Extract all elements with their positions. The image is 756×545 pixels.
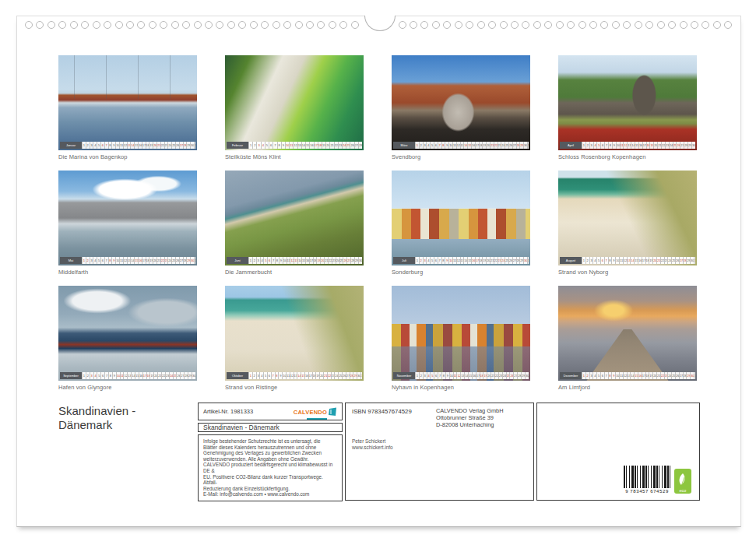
calvendo-flag-icon xyxy=(329,407,337,417)
publisher-line: D-82008 Unterhaching xyxy=(436,422,504,429)
binding-hole xyxy=(522,21,529,29)
binding-hole xyxy=(500,21,508,29)
pier-shape xyxy=(558,286,697,381)
eco-badge: eco xyxy=(674,469,691,494)
calvendo-wordmark: CALVENDO xyxy=(294,403,327,420)
binding-hole xyxy=(137,21,145,29)
day-cell: 31 xyxy=(194,142,195,149)
photo-caption: Am Limfjord xyxy=(558,384,697,391)
photo-caption: Schloss Rosenborg Kopenhagen xyxy=(558,153,697,160)
binding-hole xyxy=(194,21,202,29)
day-cells: 1234567891011121314151617181920212223242… xyxy=(582,142,695,149)
month-photo: Mai 123456789101112131415161718192021222… xyxy=(58,171,197,265)
calendar-month-card: Januar 123456789101112131415161718192021… xyxy=(58,55,197,160)
calendar-month-card: Mai 123456789101112131415161718192021222… xyxy=(58,171,197,276)
binding-hole xyxy=(635,21,642,29)
isbn-number: ISBN 9783457674529 xyxy=(352,408,436,428)
author-info: Peter Schickertwww.schickert.info xyxy=(352,438,527,450)
month-label: September xyxy=(60,372,82,379)
photo-caption: Hafen von Glyngore xyxy=(58,384,197,391)
page-title-line1: Skandinavien - xyxy=(58,404,135,418)
calendar-back-page: Januar 123456789101112131415161718192021… xyxy=(16,16,741,527)
legal-line: Genehmigung des Verlages zu gewerblichen… xyxy=(203,450,337,456)
binding-hole xyxy=(399,21,406,29)
photo-caption: Middelfarth xyxy=(58,269,197,276)
day-cell: 31 xyxy=(694,257,695,264)
month-strip: Juli 12345678910111213141516171819202122… xyxy=(393,257,529,264)
month-label: April xyxy=(560,142,582,149)
month-label: Mai xyxy=(60,257,82,264)
binding-hole xyxy=(216,21,223,29)
binding-hole xyxy=(25,21,33,29)
month-strip: Juni 12345678910111213141516171819202122… xyxy=(227,257,362,264)
day-cell: 31 xyxy=(527,142,529,149)
calendar-month-card: April 1234567891011121314151617181920212… xyxy=(558,55,697,160)
artikel-row: Artikel-Nr. 1981333 CALVENDO xyxy=(198,403,343,420)
binding-hole xyxy=(713,21,721,29)
binding-hole xyxy=(589,21,597,29)
artikel-number: Artikel-Nr. 1981333 xyxy=(203,408,253,415)
info-column-left: Artikel-Nr. 1981333 CALVENDO Skandinavie… xyxy=(198,403,343,501)
month-label: August xyxy=(560,257,582,264)
month-label: März xyxy=(393,142,415,149)
day-cells: 1234567891011121314151617181920212223242… xyxy=(82,142,195,149)
month-label: November xyxy=(393,372,415,379)
legal-text-box: Infolge bestehender Schutzrechte ist es … xyxy=(198,434,343,501)
binding-hole xyxy=(58,21,66,29)
binding-hole xyxy=(339,21,347,29)
binding-hole xyxy=(273,21,280,29)
page-title: Skandinavien - Dänemark xyxy=(58,404,135,432)
binding-hole xyxy=(612,21,620,29)
binding-hole xyxy=(511,21,519,29)
binding-hole xyxy=(533,21,541,29)
month-label: Dezember xyxy=(560,372,582,379)
calendar-month-card: Juli 12345678910111213141516171819202122… xyxy=(392,171,530,276)
binding-hole xyxy=(567,21,575,29)
binding-hole xyxy=(283,21,291,29)
info-table: Artikel-Nr. 1981333 CALVENDO Skandinavie… xyxy=(198,403,700,501)
binding-hole xyxy=(600,21,608,29)
author-line: www.schickert.info xyxy=(352,445,527,451)
day-cells: 1234567891011121314151617181920212223242… xyxy=(248,142,362,149)
binding-hole xyxy=(104,21,111,29)
day-cell: 31 xyxy=(194,257,195,264)
binding-hole xyxy=(488,21,496,29)
binding-hole xyxy=(81,21,89,29)
binding-hole xyxy=(701,21,709,29)
month-label: Oktober xyxy=(227,372,248,379)
month-photo: Juni 12345678910111213141516171819202122… xyxy=(225,171,364,265)
barcode-digits: 9 783457 674529 xyxy=(624,489,670,494)
binding-hole xyxy=(623,21,631,29)
binding-hole xyxy=(205,21,213,29)
day-cells: 1234567891011121314151617181920212223242… xyxy=(415,142,529,149)
binding-hole xyxy=(182,21,190,29)
binding-hole xyxy=(149,21,156,29)
day-cell: 30 xyxy=(691,142,695,149)
legal-line: Blätter dieses Kalenders herauszutrennen… xyxy=(203,445,337,451)
binding-hole xyxy=(295,21,303,29)
month-strip: Januar 123456789101112131415161718192021… xyxy=(60,142,195,149)
day-cells: 1234567891011121314151617181920212223242… xyxy=(82,372,195,379)
month-strip: Februar 12345678910111213141516171819202… xyxy=(227,142,362,149)
month-strip: Oktober 12345678910111213141516171819202… xyxy=(227,372,362,379)
day-cells: 1234567891011121314151617181920212223242… xyxy=(582,257,695,264)
isbn-publisher-box: ISBN 9783457674529 CALVENDO Verlag GmbHO… xyxy=(345,403,534,501)
calvendo-tagline-bar xyxy=(307,418,327,420)
calendar-month-card: November 1234567891011121314151617181920… xyxy=(392,286,530,391)
binding-hole xyxy=(645,21,653,29)
month-strip: April 1234567891011121314151617181920212… xyxy=(560,142,695,149)
binding-hole xyxy=(410,21,417,29)
hanger-gap xyxy=(362,25,395,26)
month-strip: März 12345678910111213141516171819202122… xyxy=(393,142,529,149)
day-cells: 1234567891011121314151617181920212223242… xyxy=(248,372,362,379)
legal-line: CALVENDO produziert bedarfsgerecht und k… xyxy=(203,462,337,473)
binding-hole xyxy=(250,21,258,29)
day-cells: 1234567891011121314151617181920212223242… xyxy=(248,257,362,264)
month-photo-grid: Januar 123456789101112131415161718192021… xyxy=(58,55,700,391)
calendar-month-card: Februar 12345678910111213141516171819202… xyxy=(225,55,364,160)
legal-line: weiterzuverwenden. Alle Angaben ohne Gew… xyxy=(203,456,337,462)
photo-caption: Steilküste Möns Klint xyxy=(225,153,364,160)
calendar-title: Skandinavien - Dänemark xyxy=(203,424,280,431)
binding-hole xyxy=(477,21,485,29)
day-cells: 1234567891011121314151617181920212223242… xyxy=(415,257,529,264)
